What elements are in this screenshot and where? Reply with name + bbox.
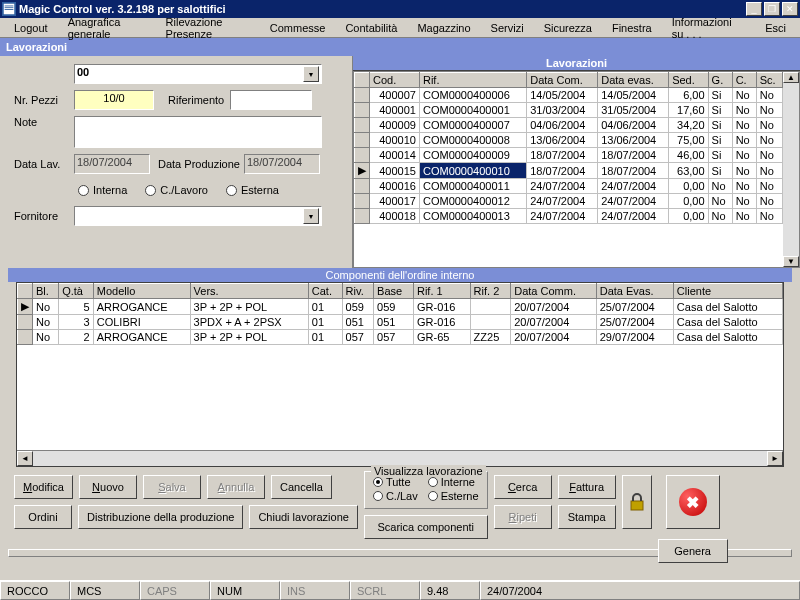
lavorazioni-grid-pane: Lavorazioni Cod.Rif.Data Com.Data evas.S… (352, 56, 800, 268)
table-row[interactable]: 400007COM000040000614/05/200414/05/20046… (355, 88, 783, 103)
col-header[interactable]: Rif. 1 (413, 284, 470, 299)
radio-esterna[interactable]: Esterna (226, 184, 279, 196)
table-row[interactable]: ▶400015COM000040001018/07/200418/07/2004… (355, 163, 783, 179)
menu-commesse[interactable]: Commesse (260, 20, 336, 36)
status-time: 9.48 (420, 581, 480, 600)
status-date: 24/07/2004 (480, 581, 800, 600)
cancella-button[interactable]: Cancella (271, 475, 332, 499)
table-row[interactable]: 400017COM000040001224/07/200424/07/20040… (355, 194, 783, 209)
menu-finestra[interactable]: Finestra (602, 20, 662, 36)
salva-button: Salva (143, 475, 201, 499)
genera-button[interactable]: Genera (658, 539, 728, 563)
col-header[interactable]: Vers. (190, 284, 308, 299)
ripeti-button: Ripeti (494, 505, 552, 529)
fornitore-label: Fornitore (14, 210, 74, 222)
componenti-title: Componenti dell'ordine interno (8, 268, 792, 282)
col-header[interactable]: Cliente (673, 284, 782, 299)
chiudi-lavorazione-button[interactable]: Chiudi lavorazione (249, 505, 358, 529)
maximize-button[interactable]: ❐ (764, 2, 780, 16)
close-window-button[interactable]: ✕ (782, 2, 798, 16)
riferimento-label: Riferimento (168, 94, 224, 106)
data-lav-label: Data Lav. (14, 158, 74, 170)
table-row[interactable]: 400001COM000040000131/03/200431/05/20041… (355, 103, 783, 118)
componenti-grid[interactable]: Bl.Q.tàModelloVers.Cat.Riv.BaseRif. 1Rif… (16, 282, 784, 467)
visualizza-fieldset: Visualizza lavorazione Tutte Interne C./… (364, 471, 488, 509)
annulla-button: Annulla (207, 475, 265, 499)
chevron-down-icon[interactable]: ▼ (303, 208, 319, 224)
lavorazioni-table[interactable]: Cod.Rif.Data Com.Data evas.Sed.G.C.Sc. 4… (354, 72, 783, 224)
table-row[interactable]: 400016COM000040001124/07/200424/07/20040… (355, 179, 783, 194)
menu-esci[interactable]: Esci (755, 20, 796, 36)
data-prod-label: Data Produzione (158, 158, 240, 170)
menu-rilevazione-presenze[interactable]: Rilevazione Presenze (156, 14, 260, 42)
menu-contabilit-[interactable]: Contabilità (335, 20, 407, 36)
radio-clav[interactable]: C./Lav (373, 490, 418, 502)
riferimento-field[interactable] (230, 90, 312, 110)
col-header[interactable]: Q.tà (59, 284, 94, 299)
col-header[interactable]: Cod. (370, 73, 420, 88)
svg-rect-5 (631, 501, 643, 510)
radio-clavoro[interactable]: C./Lavoro (145, 184, 208, 196)
close-button[interactable]: ✖ (666, 475, 720, 529)
note-label: Note (14, 116, 74, 128)
menu-sicurezza[interactable]: Sicurezza (534, 20, 602, 36)
radio-tutte[interactable]: Tutte (373, 476, 418, 488)
col-header[interactable]: C. (732, 73, 756, 88)
componenti-scrollbar[interactable]: ◄► (17, 450, 783, 466)
menu-informazioni-su-[interactable]: Informazioni su . . . (662, 14, 756, 42)
menu-logout[interactable]: Logout (4, 20, 58, 36)
distribuzione-button[interactable]: Distribuzione della produzione (78, 505, 243, 529)
radio-esterne[interactable]: Esterne (428, 490, 479, 502)
status-user: ROCCO (0, 581, 70, 600)
col-header[interactable]: Rif. (419, 73, 526, 88)
stampa-button[interactable]: Stampa (558, 505, 616, 529)
nr-pezzi-label: Nr. Pezzi (14, 94, 74, 106)
menu-bar: LogoutAnagrafica generaleRilevazione Pre… (0, 18, 800, 38)
col-header[interactable]: Cat. (308, 284, 342, 299)
col-header[interactable]: Base (374, 284, 414, 299)
data-prod-field: 18/07/2004 (244, 154, 320, 174)
col-header[interactable]: Modello (93, 284, 190, 299)
table-row[interactable]: 400009COM000040000704/06/200404/06/20043… (355, 118, 783, 133)
grid-scrollbar[interactable]: ▲▼ (783, 72, 799, 267)
radio-interna[interactable]: Interna (78, 184, 127, 196)
col-header[interactable]: Sed. (669, 73, 708, 88)
header-combo[interactable]: 00 ▼ (74, 64, 322, 84)
col-header[interactable]: Data Comm. (511, 284, 596, 299)
nuovo-button[interactable]: Nuovo (79, 475, 137, 499)
menu-anagrafica-generale[interactable]: Anagrafica generale (58, 14, 156, 42)
table-row[interactable]: 400010COM000040000813/06/200413/06/20047… (355, 133, 783, 148)
lock-button[interactable] (622, 475, 652, 529)
cerca-button[interactable]: Cerca (494, 475, 552, 499)
col-header[interactable]: Rif. 2 (470, 284, 511, 299)
col-header[interactable]: Sc. (756, 73, 782, 88)
form-pane: 00 ▼ Nr. Pezzi 10/0 Riferimento Note Dat… (0, 56, 352, 268)
col-header[interactable]: Data Evas. (596, 284, 673, 299)
data-lav-field: 18/07/2004 (74, 154, 150, 174)
note-field[interactable] (74, 116, 322, 148)
col-header[interactable]: G. (708, 73, 732, 88)
table-row[interactable]: ▶No5ARROGANCE3P + 2P + POL01059059GR-016… (18, 299, 783, 315)
table-row[interactable]: 400018COM000040001324/07/200424/07/20040… (355, 209, 783, 224)
lavorazioni-grid-title: Lavorazioni (353, 56, 800, 71)
scarica-componenti-button[interactable]: Scarica componenti (364, 515, 488, 539)
col-header[interactable]: Bl. (33, 284, 59, 299)
fattura-button[interactable]: Fattura (558, 475, 616, 499)
close-icon: ✖ (679, 488, 707, 516)
nr-pezzi-field[interactable]: 10/0 (74, 90, 154, 110)
status-bar: ROCCO MCS CAPS NUM INS SCRL 9.48 24/07/2… (0, 580, 800, 600)
table-row[interactable]: No2ARROGANCE3P + 2P + POL01057057GR-65ZZ… (18, 330, 783, 345)
menu-magazzino[interactable]: Magazzino (407, 20, 480, 36)
chevron-down-icon[interactable]: ▼ (303, 66, 319, 82)
modifica-button[interactable]: Modifica (14, 475, 73, 499)
radio-interne[interactable]: Interne (428, 476, 479, 488)
fornitore-combo[interactable]: ▼ (74, 206, 322, 226)
col-header[interactable]: Data evas. (598, 73, 669, 88)
menu-servizi[interactable]: Servizi (481, 20, 534, 36)
col-header[interactable]: Data Com. (527, 73, 598, 88)
table-row[interactable]: No3COLIBRI3PDX + A + 2PSX01051051GR-0162… (18, 315, 783, 330)
status-ws: MCS (70, 581, 140, 600)
ordini-button[interactable]: Ordini (14, 505, 72, 529)
table-row[interactable]: 400014COM000040000918/07/200418/07/20044… (355, 148, 783, 163)
col-header[interactable]: Riv. (342, 284, 374, 299)
